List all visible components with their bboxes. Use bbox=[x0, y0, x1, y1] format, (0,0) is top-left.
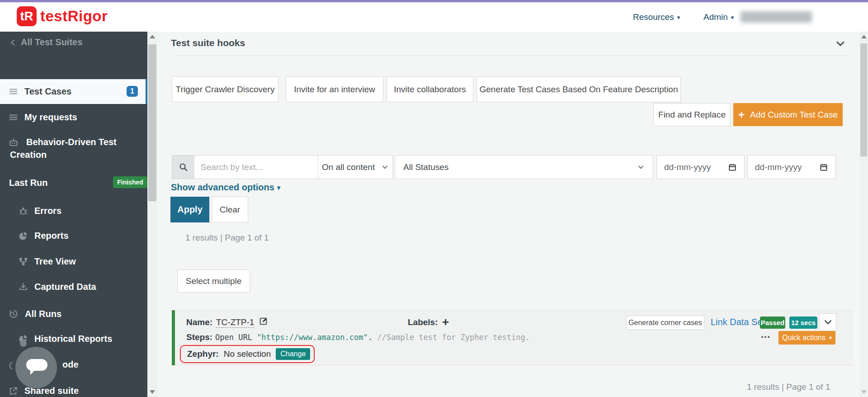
tree-nodes-icon bbox=[18, 256, 28, 267]
sidebar-scrollbar[interactable] bbox=[147, 32, 157, 397]
show-advanced-options-link[interactable]: Show advanced options ▾ bbox=[171, 182, 280, 193]
test-case-steps[interactable]: Open URL "https://www.amazon.com". //Sam… bbox=[215, 333, 530, 342]
chevron-down-icon bbox=[381, 163, 389, 171]
chat-bubble-tail bbox=[30, 370, 35, 375]
zephyr-annotation-highlight: Zephyr: No selection Change bbox=[180, 345, 315, 363]
edit-name-icon[interactable] bbox=[259, 316, 269, 326]
duration-badge: 12 secs bbox=[789, 317, 817, 329]
zephyr-label: Zephyr: bbox=[187, 349, 219, 359]
finished-badge: Finished bbox=[113, 176, 147, 188]
history-icon bbox=[8, 308, 19, 319]
calendar-icon[interactable] bbox=[728, 163, 737, 172]
collapse-section-chevron-icon[interactable] bbox=[835, 38, 846, 50]
sidebar-item-test-cases[interactable]: Test Cases 1 bbox=[0, 79, 147, 104]
page-scrollbar-thumb[interactable] bbox=[860, 43, 867, 156]
invite-for-interview-button[interactable]: Invite for an interview bbox=[286, 76, 383, 102]
sidebar-item-all-runs[interactable]: All Runs bbox=[8, 308, 61, 319]
test-case-status-bar bbox=[172, 310, 175, 365]
sidebar-item-my-requests[interactable]: My requests bbox=[8, 112, 77, 123]
steps-label: Steps: bbox=[186, 332, 212, 342]
test-case-name[interactable]: TC-ZTP-1 bbox=[216, 317, 254, 328]
pagination-summary: 1 results | Page 1 of 1 bbox=[747, 382, 830, 392]
pie-chart-icon bbox=[18, 231, 28, 241]
sidebar-back-all-test-suites[interactable]: All Test Suites bbox=[9, 37, 82, 47]
sidebar-item-captured-data[interactable]: Captured Data bbox=[18, 282, 96, 292]
caret-down-icon: ▾ bbox=[677, 14, 680, 21]
generate-corner-cases-button[interactable]: Generate corner cases bbox=[626, 316, 704, 330]
calendar-icon[interactable] bbox=[819, 163, 828, 172]
trigger-crawler-discovery-button[interactable]: Trigger Crawler Discovery bbox=[172, 76, 278, 102]
clear-button[interactable]: Clear bbox=[212, 197, 248, 222]
caret-down-icon: ▾ bbox=[277, 184, 280, 191]
sidebar-item-errors[interactable]: Errors bbox=[18, 206, 61, 216]
status-select[interactable]: All Statuses bbox=[395, 155, 653, 179]
user-menu-blurred[interactable] bbox=[741, 11, 812, 23]
quick-actions-button[interactable]: Quick actions ▾ bbox=[778, 331, 835, 345]
chat-bubble-icon bbox=[26, 359, 47, 371]
name-label: Name: bbox=[186, 317, 212, 327]
sidebar-scrollbar-thumb[interactable] bbox=[148, 44, 156, 201]
chevron-down-icon bbox=[823, 317, 833, 327]
bug-icon bbox=[18, 206, 28, 216]
passed-badge: Passed bbox=[760, 317, 785, 329]
logo-monogram: tR bbox=[17, 6, 37, 26]
add-label-plus-icon[interactable]: + bbox=[442, 315, 449, 329]
date-to-input[interactable]: dd-mm-yyyy bbox=[747, 155, 836, 179]
sidebar-item-reports[interactable]: Reports bbox=[18, 231, 69, 241]
sidebar-item-behavior-driven-test-creation[interactable]: Behavior-Driven Test Creation bbox=[10, 136, 126, 161]
search-button[interactable] bbox=[172, 156, 194, 179]
add-custom-test-case-button[interactable]: + Add Custom Test Case bbox=[733, 103, 843, 126]
logo-text: testRigor bbox=[40, 8, 108, 25]
testrigor-logo[interactable]: tR testRigor bbox=[17, 6, 108, 26]
results-summary: 1 results | Page 1 of 1 bbox=[185, 233, 269, 243]
share-export-icon bbox=[8, 386, 19, 396]
plus-icon: + bbox=[738, 109, 745, 120]
find-and-replace-button[interactable]: Find and Replace bbox=[653, 103, 731, 126]
search-input[interactable] bbox=[194, 156, 318, 179]
caret-down-icon: ▾ bbox=[829, 335, 832, 341]
scroll-down-arrow-icon[interactable] bbox=[861, 390, 867, 394]
search-scope-dropdown[interactable]: On all content bbox=[318, 156, 392, 179]
expand-test-case-button[interactable] bbox=[819, 313, 836, 331]
more-actions-ellipsis[interactable]: ... bbox=[761, 329, 770, 340]
download-tray-icon bbox=[18, 282, 28, 292]
sidebar-item-last-run[interactable]: Last Run Finished bbox=[9, 178, 138, 188]
search-filter-group: On all content bbox=[172, 155, 393, 179]
nav-admin[interactable]: Admin ▾ bbox=[703, 11, 734, 23]
chat-widget-button[interactable] bbox=[15, 347, 57, 388]
scroll-up-arrow-icon[interactable] bbox=[861, 35, 867, 38]
scroll-down-arrow-icon[interactable] bbox=[150, 390, 155, 394]
nav-resources[interactable]: Resources ▾ bbox=[633, 11, 680, 23]
page-title: Test suite hooks bbox=[171, 38, 245, 48]
invite-collaborators-button[interactable]: Invite collaborators bbox=[387, 76, 473, 102]
sidebar-item-tree-view[interactable]: Tree View bbox=[18, 256, 76, 267]
chevron-left-icon bbox=[9, 38, 17, 47]
zephyr-change-button[interactable]: Change bbox=[276, 348, 310, 360]
select-multiple-button[interactable]: Select multiple bbox=[177, 269, 250, 293]
main-content: Test suite hooks Trigger Crawler Discove… bbox=[157, 32, 859, 397]
page-scrollbar[interactable] bbox=[859, 32, 868, 397]
menu-icon bbox=[8, 112, 19, 123]
zephyr-value: No selection bbox=[224, 349, 271, 359]
link-data-set-link[interactable]: Link Data Set bbox=[711, 317, 765, 327]
apply-button[interactable]: Apply bbox=[170, 197, 209, 222]
app-window: tR testRigor Resources ▾ Admin ▾ All Tes… bbox=[0, 0, 868, 397]
chat-widget-dot bbox=[20, 340, 27, 347]
menu-icon bbox=[8, 86, 19, 97]
test-case-card: Name: TC-ZTP-1 Labels: + Steps: Open URL… bbox=[172, 310, 853, 365]
date-from-input[interactable]: dd-mm-yyyy bbox=[656, 155, 745, 179]
search-icon bbox=[178, 162, 189, 172]
top-navbar: tR testRigor Resources ▾ Admin ▾ bbox=[0, 2, 868, 32]
labels-label: Labels: bbox=[408, 317, 438, 327]
sidebar-item-partially-hidden[interactable]: ode bbox=[62, 359, 79, 370]
sidebar-item-historical-reports[interactable]: Historical Reports bbox=[18, 334, 112, 344]
test-cases-count-badge: 1 bbox=[127, 86, 138, 97]
sidebar-item-shared-suite[interactable]: Shared suite bbox=[8, 386, 79, 396]
divider bbox=[171, 56, 853, 56]
scroll-up-arrow-icon[interactable] bbox=[150, 35, 155, 38]
chevron-down-icon bbox=[637, 163, 645, 171]
caret-down-icon: ▾ bbox=[731, 14, 734, 21]
generate-test-cases-button[interactable]: Generate Test Cases Based On Feature Des… bbox=[476, 76, 681, 102]
